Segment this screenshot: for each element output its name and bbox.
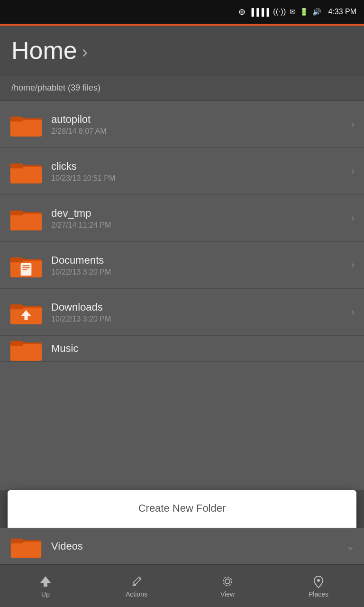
toolbar-up[interactable]: Up xyxy=(0,574,91,598)
list-item[interactable]: Documents 10/22/13 3:20 PM › xyxy=(0,242,364,289)
file-info: Documents 10/22/13 3:20 PM xyxy=(51,254,346,276)
folder-icon xyxy=(9,336,43,362)
toolbar-places-label: Places xyxy=(309,590,328,598)
svg-rect-22 xyxy=(10,341,23,346)
create-new-folder-button[interactable]: Create New Folder xyxy=(8,490,356,527)
path-bar: /home/phablet (39 files) xyxy=(0,75,364,101)
svg-rect-24 xyxy=(11,542,41,558)
file-info: autopilot 2/28/14 8:07 AM xyxy=(51,113,346,136)
toolbar-view-label: View xyxy=(220,590,235,598)
list-item-videos-partial[interactable]: Videos ⌄ xyxy=(0,528,364,564)
toolbar-actions-label: Actions xyxy=(126,590,147,598)
gps-icon: ⊕ xyxy=(238,7,246,17)
folder-icon xyxy=(9,202,43,235)
item-chevron-icon: › xyxy=(351,259,355,271)
svg-rect-25 xyxy=(11,539,23,543)
svg-rect-18 xyxy=(10,304,23,310)
svg-rect-13 xyxy=(22,265,30,266)
signal-icon: ▐▐▐▐ xyxy=(249,8,270,16)
svg-point-30 xyxy=(225,579,230,584)
svg-point-32 xyxy=(317,579,320,582)
svg-rect-27 xyxy=(133,577,141,585)
file-name: autopilot xyxy=(51,113,346,126)
header-chevron-icon: › xyxy=(82,42,88,62)
file-list: autopilot 2/28/14 8:07 AM › clicks 10/23… xyxy=(0,101,364,362)
pin-icon xyxy=(311,574,326,589)
pencil-icon xyxy=(129,574,144,589)
file-name: clicks xyxy=(51,160,346,173)
file-info: dev_tmp 2/27/14 11:24 PM xyxy=(51,207,346,230)
folder-icon xyxy=(9,155,43,188)
list-item[interactable]: Downloads 10/22/13 3:20 PM › xyxy=(0,289,364,336)
svg-rect-5 xyxy=(10,164,23,169)
svg-marker-26 xyxy=(40,576,51,587)
svg-rect-7 xyxy=(10,214,42,230)
folder-docs-icon xyxy=(9,248,43,282)
battery-icon: 🔋 xyxy=(300,8,309,16)
svg-point-31 xyxy=(223,577,232,586)
scroll-indicator: ⌄ xyxy=(346,540,355,552)
wifi-icon: ((·)) xyxy=(273,7,286,17)
item-chevron-icon: › xyxy=(351,165,355,177)
list-item[interactable]: clicks 10/23/13 10:51 PM › xyxy=(0,148,364,195)
folder-icon xyxy=(9,533,43,559)
svg-rect-2 xyxy=(10,117,23,122)
file-info: Downloads 10/22/13 3:20 PM xyxy=(51,301,346,323)
file-info: clicks 10/23/13 10:51 PM xyxy=(51,160,346,183)
svg-rect-15 xyxy=(22,269,27,270)
item-chevron-icon: › xyxy=(351,118,355,130)
toolbar-places[interactable]: Places xyxy=(273,574,364,598)
toolbar-view[interactable]: View xyxy=(182,574,273,598)
status-bar: ⊕ ▐▐▐▐ ((·)) ✉ 🔋 🔊 4:33 PM xyxy=(0,0,364,24)
toolbar-up-label: Up xyxy=(41,590,50,598)
folder-downloads-icon xyxy=(9,295,43,329)
svg-rect-11 xyxy=(10,258,23,263)
file-name: Documents xyxy=(51,254,346,267)
svg-rect-21 xyxy=(10,344,42,361)
file-name: dev_tmp xyxy=(51,207,346,220)
svg-rect-1 xyxy=(10,120,42,137)
file-date: 10/23/13 10:51 PM xyxy=(51,174,346,183)
svg-rect-14 xyxy=(22,267,30,268)
list-item[interactable]: dev_tmp 2/27/14 11:24 PM › xyxy=(0,195,364,242)
bottom-toolbar: Up Actions View Places xyxy=(0,564,364,607)
list-item-partial[interactable]: Music xyxy=(0,336,364,362)
volume-icon: 🔊 xyxy=(312,8,321,16)
svg-rect-4 xyxy=(10,167,42,184)
folder-icon xyxy=(9,108,43,141)
up-icon xyxy=(38,574,53,589)
path-text: /home/phablet (39 files) xyxy=(11,83,100,92)
file-name: Music xyxy=(51,342,355,355)
list-item[interactable]: autopilot 2/28/14 8:07 AM › xyxy=(0,101,364,148)
file-date: 2/27/14 11:24 PM xyxy=(51,221,346,230)
status-time: 4:33 PM xyxy=(328,8,356,16)
email-icon: ✉ xyxy=(290,8,296,16)
item-chevron-icon: › xyxy=(351,306,355,318)
item-chevron-icon: › xyxy=(351,212,355,224)
header: Home › xyxy=(0,26,364,75)
file-date: 2/28/14 8:07 AM xyxy=(51,127,346,136)
toolbar-actions[interactable]: Actions xyxy=(91,574,182,598)
file-info: Videos xyxy=(51,540,346,552)
file-name: Videos xyxy=(51,540,346,552)
file-date: 10/22/13 3:20 PM xyxy=(51,268,346,276)
file-name: Downloads xyxy=(51,301,346,313)
svg-rect-8 xyxy=(10,211,23,216)
gear-icon xyxy=(220,574,235,589)
page-title: Home xyxy=(11,36,77,64)
file-date: 10/22/13 3:20 PM xyxy=(51,315,346,323)
file-info: Music xyxy=(51,342,355,355)
